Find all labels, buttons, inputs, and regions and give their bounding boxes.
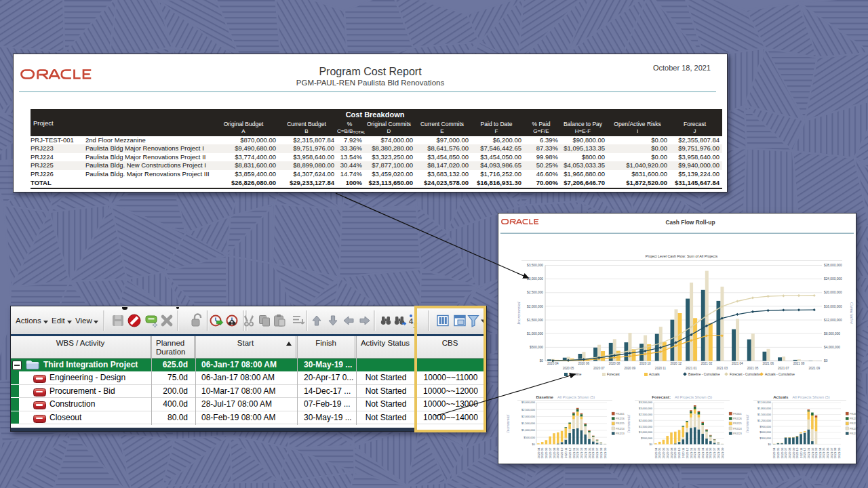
svg-text:PRJ401: PRJ401 [850,413,856,415]
svg-text:$500,000: $500,000 [530,346,543,349]
svg-text:$1,500,000: $1,500,000 [527,319,543,322]
svg-text:$0: $0 [540,359,544,363]
svg-text:2021 03: 2021 03 [814,447,818,458]
svg-text:2020 11: 2020 11 [682,447,685,458]
svg-text:$1,000,000: $1,000,000 [527,332,543,336]
svg-text:2021 02: 2021 02 [701,362,713,365]
svg-text:$2,000,000: $2,000,000 [527,305,543,308]
svg-text:2021 07: 2021 07 [778,367,789,370]
svg-text:$1,500,000: $1,500,000 [757,413,772,416]
svg-text:2020 10: 2020 10 [677,447,681,458]
svg-text:2020 08: 2020 08 [788,447,791,458]
svg-text:$2,000,000: $2,000,000 [521,415,536,418]
svg-text:Cash Flow Roll-up: Cash Flow Roll-up [666,219,715,226]
svg-text:Forecast:: Forecast: [652,394,671,399]
svg-text:$500,000: $500,000 [524,436,535,439]
svg-text:2021 05: 2021 05 [588,447,591,458]
svg-text:2021 06: 2021 06 [762,362,774,365]
svg-text:2021 02: 2021 02 [576,447,579,458]
svg-text:$1,800,000: $1,800,000 [757,407,772,410]
svg-text:Project Level Cash Flow: Sum o: Project Level Cash Flow: Sum of All Proj… [646,254,718,258]
svg-text:2021 06: 2021 06 [591,447,595,458]
svg-text:2020 07: 2020 07 [549,447,552,458]
svg-text:$3,000,000: $3,000,000 [639,407,653,410]
svg-text:$3,500,000: $3,500,000 [639,401,653,404]
svg-text:PRJ401: PRJ401 [733,413,742,415]
svg-text:$16,000,000: $16,000,000 [824,305,842,308]
svg-text:Baseline: Baseline [536,394,554,399]
svg-text:PRJ224: PRJ224 [850,428,856,430]
svg-text:2020 07: 2020 07 [666,447,669,458]
svg-text:2021 01: 2021 01 [807,447,810,458]
svg-text:$24,000,000: $24,000,000 [824,277,842,281]
svg-text:2021 09: 2021 09 [721,447,724,458]
svg-text:PRJ224: PRJ224 [733,428,742,430]
svg-text:2021 03: 2021 03 [716,367,728,370]
svg-text:$0: $0 [768,443,772,446]
svg-text:PRJ226: PRJ226 [733,418,742,420]
svg-text:2021 04: 2021 04 [732,362,743,365]
svg-text:2021 01: 2021 01 [686,367,697,370]
svg-text:2021 04: 2021 04 [584,447,587,458]
svg-text:Cumulative: Cumulative [849,302,854,324]
svg-text:2020 08: 2020 08 [670,447,673,458]
svg-text:$3,500,000: $3,500,000 [527,264,543,267]
svg-text:2020 04: 2020 04 [547,362,559,365]
svg-text:2021 04: 2021 04 [701,447,705,458]
svg-text:2020 06: 2020 06 [662,447,665,458]
svg-text:2021 08: 2021 08 [833,447,837,458]
svg-text:All Projects Shown (5): All Projects Shown (5) [793,395,830,399]
svg-text:2020 04: 2020 04 [772,447,776,458]
svg-text:2020 11: 2020 11 [564,447,568,458]
svg-text:Baseline: Baseline [569,373,582,376]
svg-text:2021 09: 2021 09 [808,367,820,370]
svg-text:2021 01: 2021 01 [572,447,576,458]
svg-text:2020 05: 2020 05 [563,367,574,370]
svg-text:Actuals - Cumulative: Actuals - Cumulative [765,373,795,376]
svg-text:Edit: Edit [52,317,66,325]
svg-text:2020 05: 2020 05 [540,447,544,458]
svg-text:2020 10: 2020 10 [639,362,651,365]
svg-text:2021 07: 2021 07 [830,447,833,458]
svg-text:PRJ223: PRJ223 [733,432,742,435]
svg-text:2021 01: 2021 01 [690,447,693,458]
svg-text:2021 05: 2021 05 [705,447,709,458]
svg-text:2020 09: 2020 09 [556,447,559,458]
svg-text:PRJ226: PRJ226 [850,418,856,420]
svg-text:2021 07: 2021 07 [595,447,599,458]
svg-text:2021 06: 2021 06 [826,447,829,458]
svg-text:$0: $0 [532,443,536,446]
svg-text:$1,500,000: $1,500,000 [639,425,653,428]
svg-text:$8,000,000: $8,000,000 [824,332,840,336]
svg-text:2020 07: 2020 07 [593,367,605,370]
svg-text:2020 12: 2020 12 [670,362,682,365]
svg-text:2020 05: 2020 05 [776,447,780,458]
svg-text:Baseline - Cumulative: Baseline - Cumulative [688,373,720,376]
svg-text:2020 07: 2020 07 [784,447,787,458]
svg-text:2021 08: 2021 08 [599,447,603,458]
svg-text:PRJ225: PRJ225 [616,422,625,425]
svg-text:$0: $0 [650,443,653,446]
svg-text:$2,500,000: $2,500,000 [639,413,653,416]
svg-text:2020 04: 2020 04 [654,447,658,458]
svg-text:$1,000,000: $1,000,000 [521,428,536,432]
svg-text:$300,000: $300,000 [760,436,771,440]
svg-text:$900,000: $900,000 [760,425,771,428]
svg-text:PRJ223: PRJ223 [850,432,856,435]
svg-text:2020 11: 2020 11 [800,447,803,458]
svg-text:4: 4 [409,317,414,325]
svg-text:$3,000,000: $3,000,000 [521,401,536,404]
svg-text:$2,100,000: $2,100,000 [757,401,772,404]
svg-text:2020 06: 2020 06 [545,447,548,458]
svg-text:Incremental: Incremental [506,414,510,433]
svg-text:All Projects Shown (5): All Projects Shown (5) [675,395,712,399]
svg-text:2021 09: 2021 09 [604,447,607,458]
svg-text:$20,000,000: $20,000,000 [824,291,842,294]
svg-text:Incremental: Incremental [627,414,631,433]
svg-text:$600,000: $600,000 [760,430,771,434]
svg-text:2020 11: 2020 11 [655,367,667,370]
svg-text:$500,000: $500,000 [641,436,652,440]
svg-text:2020 12: 2020 12 [568,447,572,458]
svg-text:2020 08: 2020 08 [609,362,620,365]
svg-text:Forecast - Cumulative: Forecast - Cumulative [730,373,762,376]
